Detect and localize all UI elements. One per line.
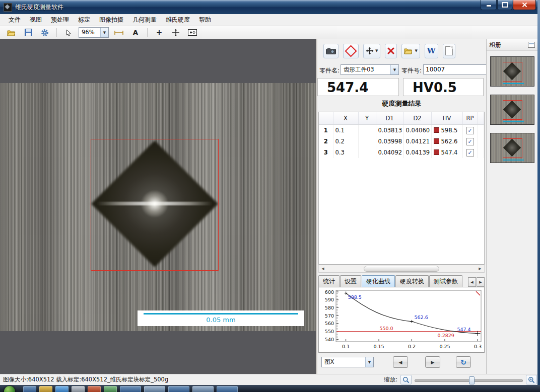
chevron-down-icon[interactable]: ▼ bbox=[415, 49, 417, 53]
album-thumbnail-3[interactable] bbox=[490, 133, 534, 163]
part-no-input[interactable] bbox=[423, 64, 488, 74]
col-header-y[interactable]: Y bbox=[358, 112, 376, 125]
menu-vickers-hardness[interactable]: 维氏硬度 bbox=[161, 14, 194, 26]
windows-taskbar[interactable] bbox=[0, 385, 540, 392]
menu-file[interactable]: 文件 bbox=[4, 14, 25, 26]
album-pin-icon[interactable] bbox=[528, 42, 535, 48]
menu-help[interactable]: 帮助 bbox=[194, 14, 216, 26]
taskbar-item[interactable] bbox=[120, 386, 141, 392]
taskbar-item[interactable] bbox=[104, 386, 117, 392]
taskbar-item[interactable] bbox=[72, 386, 85, 392]
image-viewport[interactable]: 0.05 mm bbox=[0, 39, 316, 374]
tab-scroll-left-icon[interactable]: ◀ bbox=[468, 277, 476, 287]
menu-geometry-measure[interactable]: 几何测量 bbox=[128, 14, 161, 26]
chevron-down-icon[interactable]: ▼ bbox=[390, 65, 398, 74]
taskbar-item[interactable] bbox=[144, 386, 165, 392]
table-horizontal-scrollbar[interactable]: ◀ ▶ bbox=[318, 265, 485, 273]
crosshair-button[interactable] bbox=[169, 27, 182, 38]
rp-checkbox[interactable]: ✓ bbox=[466, 138, 474, 145]
new-report-button[interactable] bbox=[443, 44, 455, 58]
svg-text:540: 540 bbox=[325, 337, 334, 342]
crosshair-icon bbox=[172, 29, 180, 37]
part-name-select[interactable]: 齿形工件03 ▼ bbox=[341, 64, 399, 75]
col-header-d2[interactable]: D2 bbox=[403, 112, 431, 125]
tab-scroll-right-icon[interactable]: ▶ bbox=[477, 277, 485, 287]
col-header-d1[interactable]: D1 bbox=[376, 112, 403, 125]
rp-checkbox[interactable]: ✓ bbox=[466, 149, 474, 156]
measurement-selection-box[interactable] bbox=[91, 139, 219, 271]
close-button[interactable] bbox=[513, 0, 536, 10]
results-table[interactable]: X Y D1 D2 HV RP 1 0.1 0.03813 bbox=[318, 112, 485, 265]
menu-preprocess[interactable]: 预处理 bbox=[46, 14, 74, 26]
menu-calibration[interactable]: 标定 bbox=[74, 14, 95, 26]
open-result-button[interactable]: ▼ bbox=[401, 44, 420, 58]
zoom-out-button[interactable] bbox=[400, 375, 412, 384]
col-header-rp[interactable]: RP bbox=[462, 112, 478, 125]
taskbar-item[interactable] bbox=[217, 386, 238, 392]
taskbar-item[interactable] bbox=[168, 386, 189, 392]
col-header-hv[interactable]: HV bbox=[431, 112, 462, 125]
chart-controls: 图X ▼ ◀ ▶ ↻ bbox=[317, 356, 486, 368]
result-row-3[interactable]: 3 0.3 0.04092 0.04139 547.4 ✓ bbox=[319, 147, 484, 158]
measure-indent-button[interactable] bbox=[343, 44, 359, 58]
result-row-1[interactable]: 1 0.1 0.03813 0.04060 598.5 ✓ bbox=[319, 125, 484, 136]
zoom-in-button[interactable] bbox=[526, 375, 537, 384]
taskbar-item[interactable] bbox=[88, 386, 101, 392]
taskbar-item[interactable] bbox=[192, 386, 214, 392]
taskbar-item[interactable] bbox=[55, 386, 69, 392]
chevron-down-icon[interactable]: ▼ bbox=[375, 49, 378, 53]
measure-length-button[interactable] bbox=[112, 27, 125, 38]
results-title: 硬度测量结果 bbox=[317, 99, 486, 108]
scroll-right-icon[interactable]: ▶ bbox=[476, 265, 484, 272]
taskbar-item[interactable] bbox=[23, 386, 36, 392]
zoom-select[interactable]: 96% ▼ bbox=[79, 27, 109, 38]
chevron-down-icon[interactable]: ▼ bbox=[365, 357, 373, 367]
next-chart-button[interactable]: ▶ bbox=[425, 356, 440, 368]
previous-chart-button[interactable]: ◀ bbox=[393, 356, 408, 368]
tab-hardening-curve[interactable]: 硬化曲线 bbox=[362, 275, 395, 287]
row-index: 3 bbox=[319, 147, 333, 158]
camera-button[interactable] bbox=[323, 44, 339, 58]
album-thumbnail-2[interactable] bbox=[490, 95, 534, 125]
annotate-text-button[interactable]: A bbox=[129, 27, 142, 38]
col-header-filler bbox=[478, 112, 484, 125]
save-button[interactable] bbox=[22, 27, 35, 38]
chevron-down-icon[interactable]: ▼ bbox=[100, 28, 108, 37]
scrollbar-thumb[interactable] bbox=[364, 266, 439, 272]
col-header-x[interactable]: X bbox=[333, 112, 358, 125]
export-word-button[interactable]: W bbox=[425, 44, 438, 58]
refresh-chart-button[interactable]: ↻ bbox=[456, 356, 471, 368]
zoom-slider[interactable] bbox=[415, 376, 523, 384]
word-icon: W bbox=[427, 46, 436, 55]
chart-select[interactable]: 图X ▼ bbox=[321, 357, 374, 367]
capture-frame-button[interactable] bbox=[186, 27, 199, 38]
tab-statistics[interactable]: 统计 bbox=[318, 275, 340, 287]
taskbar-item[interactable] bbox=[39, 386, 52, 392]
tab-settings[interactable]: 设置 bbox=[340, 275, 361, 287]
select-cursor-button[interactable] bbox=[62, 27, 75, 38]
maximize-button[interactable] bbox=[497, 0, 512, 10]
menu-view[interactable]: 视图 bbox=[25, 14, 46, 26]
album-thumbnail-1[interactable] bbox=[490, 56, 534, 87]
thumbnail-scale-line bbox=[503, 83, 524, 84]
tab-test-parameters[interactable]: 测试参数 bbox=[429, 275, 462, 287]
start-button[interactable] bbox=[4, 386, 15, 392]
add-point-button[interactable]: + bbox=[153, 27, 166, 38]
scrollbar-track[interactable] bbox=[327, 265, 476, 272]
cell-d2: 0.04060 bbox=[403, 125, 431, 136]
cell-hv: 547.4 bbox=[431, 147, 462, 158]
minimize-button[interactable] bbox=[481, 0, 497, 10]
menu-image-capture[interactable]: 图像拍摄 bbox=[95, 14, 128, 26]
zoom-slider-thumb[interactable] bbox=[469, 376, 475, 384]
result-row-2[interactable]: 2 0.2 0.03998 0.04121 562.6 ✓ bbox=[319, 136, 484, 147]
hardening-curve-chart: 6005905805705605505400.10.150.20.250.355… bbox=[318, 287, 485, 353]
tab-hardness-conversion[interactable]: 硬度转换 bbox=[395, 275, 429, 287]
move-stage-button[interactable]: ▼ bbox=[363, 44, 380, 58]
microscope-image[interactable]: 0.05 mm bbox=[0, 83, 316, 331]
settings-button[interactable] bbox=[38, 27, 51, 38]
open-button[interactable] bbox=[5, 27, 18, 38]
delete-result-button[interactable] bbox=[385, 44, 397, 58]
col-header-index[interactable] bbox=[319, 112, 333, 125]
scroll-left-icon[interactable]: ◀ bbox=[319, 265, 327, 272]
rp-checkbox[interactable]: ✓ bbox=[466, 127, 474, 134]
